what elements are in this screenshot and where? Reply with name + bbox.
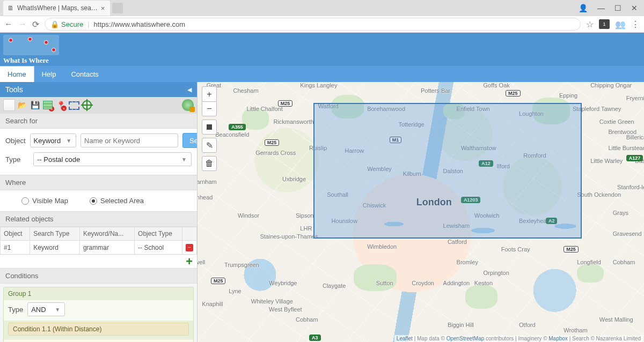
save-icon[interactable]: 💾 — [29, 99, 41, 111]
forward-icon[interactable]: → — [18, 19, 27, 29]
collapse-icon[interactable]: ◀ — [187, 86, 192, 93]
reload-icon[interactable]: ⟳ — [32, 19, 39, 29]
selection-rectangle[interactable] — [313, 103, 581, 239]
lock-icon: 🔒 — [50, 20, 59, 28]
delete-shape-button[interactable]: 🗑 — [202, 156, 217, 171]
logo[interactable]: What Is Where — [0, 33, 62, 66]
object-combo-value: Keyword — [34, 137, 61, 145]
cell-search-type: Keyword — [30, 241, 80, 255]
toolbar: 📂 💾 × 📍× — [0, 97, 197, 113]
condition-group: Group 1 Type AND ▼ Condition 1.1 (Within… — [3, 287, 194, 342]
maximize-icon[interactable]: ☐ — [614, 4, 621, 12]
chevron-down-icon: ▼ — [179, 157, 189, 162]
cond-type-label: Type — [8, 306, 23, 314]
condition-sub-row: not — [4, 340, 193, 342]
cond-type-value: AND — [31, 306, 46, 314]
back-icon[interactable]: ← — [4, 19, 13, 29]
new-file-icon[interactable] — [3, 99, 15, 111]
map-controls: + − ✎ 🗑 — [202, 86, 217, 171]
sidebar: Tools ◀ 📂 💾 × 📍× Search for Object Keywo… — [0, 82, 197, 342]
col-keyword: Keyword/Na... — [79, 227, 134, 241]
tab-close-icon[interactable]: × — [101, 4, 105, 12]
where-header: Where — [0, 175, 197, 190]
minimize-icon[interactable]: — — [597, 4, 605, 12]
menu-icon[interactable]: ⋮ — [631, 19, 640, 29]
cond-type-combo[interactable]: AND ▼ — [27, 302, 65, 316]
secure-label: Secure — [61, 20, 83, 28]
clear-pins-icon[interactable]: 📍× — [55, 99, 67, 111]
close-window-icon[interactable]: ✕ — [631, 4, 638, 12]
zoom-out-button[interactable]: − — [202, 101, 217, 116]
chevron-down-icon: ▼ — [64, 138, 74, 144]
remove-row-button[interactable]: − — [186, 244, 193, 251]
col-object: Object — [1, 227, 30, 241]
radio-selected-area-label: Selected Area — [100, 197, 144, 205]
clear-selection-icon[interactable] — [68, 99, 79, 111]
search-button[interactable]: Search — [182, 133, 197, 148]
cell-object: #1 — [1, 241, 30, 255]
nav-help[interactable]: Help — [34, 66, 64, 82]
nav-home[interactable]: Home — [0, 66, 34, 82]
chevron-down-icon: ▼ — [53, 307, 62, 313]
cell-object-type: -- School — [135, 241, 182, 255]
type-combo-value: -- Postal code — [37, 155, 80, 163]
radio-visible-map-label: Visible Map — [32, 197, 68, 205]
zoom-in-button[interactable]: + — [202, 86, 217, 101]
conditions-header: Conditions — [0, 268, 197, 284]
tab-bar: 🗎 WhatIsWhere | Maps, sea… × 👤 — ☐ ✕ — [0, 0, 644, 16]
window-controls: 👤 — ☐ ✕ — [579, 4, 644, 12]
star-icon[interactable]: ☆ — [586, 19, 594, 29]
search-for-header: Search for — [0, 113, 197, 129]
table-row[interactable]: #1Keywordgrammar-- School− — [1, 241, 197, 255]
site-header: What Is Where — [0, 33, 644, 66]
col-search-type: Search Type — [30, 227, 80, 241]
object-label: Object — [5, 137, 26, 145]
browser-chrome: 🗎 WhatIsWhere | Maps, sea… × 👤 — ☐ ✕ ← →… — [0, 0, 644, 33]
radio-visible-map[interactable]: Visible Map — [21, 197, 68, 205]
radio-icon — [90, 197, 97, 205]
clear-layer-icon[interactable]: × — [42, 99, 54, 111]
type-label: Type — [5, 155, 29, 163]
url-text: https://www.whatiswhere.com — [94, 20, 186, 28]
name-keyword-input[interactable] — [80, 133, 178, 147]
open-folder-icon[interactable]: 📂 — [16, 99, 28, 111]
related-header: Related objects — [0, 211, 197, 227]
tools-panel-header[interactable]: Tools ◀ — [0, 82, 197, 97]
address-bar: ← → ⟳ 🔒 Secure | https://www.whatiswhere… — [0, 16, 644, 32]
radio-selected-area[interactable]: Selected Area — [90, 197, 144, 205]
add-related-button[interactable]: + — [184, 258, 193, 266]
radio-icon — [21, 197, 29, 205]
page-icon: 🗎 — [8, 4, 14, 12]
edit-shape-button[interactable]: ✎ — [202, 138, 217, 153]
search-for-body: Object Keyword ▼ Search Type -- Postal c… — [0, 129, 197, 175]
url-field[interactable]: 🔒 Secure | https://www.whatiswhere.com — [45, 18, 581, 31]
stop-draw-button[interactable] — [202, 120, 217, 135]
extension-badge[interactable]: 1 — [599, 19, 610, 29]
map[interactable]: LondonGreatCheshamKings LangleyPotters B… — [197, 82, 644, 342]
tab-title: WhatIsWhere | Maps, sea… — [17, 4, 98, 12]
crosshair-icon[interactable] — [80, 99, 92, 111]
site-name: What Is Where — [3, 56, 59, 65]
type-combo[interactable]: -- Postal code ▼ — [33, 152, 192, 166]
related-table: Object Search Type Keyword/Na... Object … — [0, 227, 197, 255]
user-icon[interactable]: 👤 — [579, 4, 588, 12]
tools-title: Tools — [5, 85, 23, 94]
group-header[interactable]: Group 1 — [4, 287, 193, 300]
where-body: Visible Map Selected Area — [0, 190, 197, 211]
browser-tab[interactable]: 🗎 WhatIsWhere | Maps, sea… × — [3, 1, 110, 16]
new-tab-button[interactable] — [112, 3, 123, 13]
object-combo[interactable]: Keyword ▼ — [30, 133, 76, 147]
main-nav: Home Help Contacts — [0, 66, 644, 82]
secure-indicator: 🔒 Secure — [50, 20, 83, 28]
map-attribution: Leaflet | Map data © OpenStreetMap contr… — [394, 335, 643, 342]
condition-sub-header[interactable]: Condition 1.1 (Within Distance) — [8, 323, 189, 336]
globe-lookup-icon[interactable] — [182, 99, 194, 111]
logo-graphic — [3, 35, 59, 55]
cell-keyword: grammar — [79, 241, 134, 255]
incognito-icon[interactable]: 👥 — [615, 19, 626, 29]
col-object-type: Object Type — [135, 227, 182, 241]
nav-contacts[interactable]: Contacts — [63, 66, 106, 82]
